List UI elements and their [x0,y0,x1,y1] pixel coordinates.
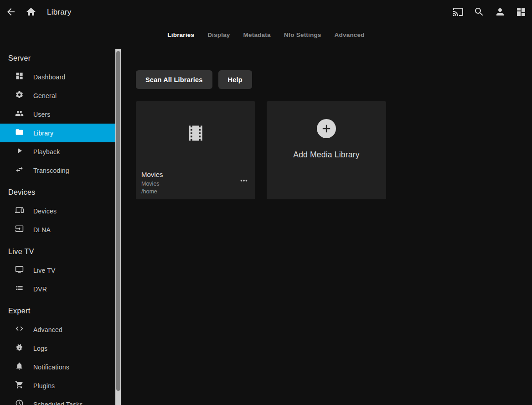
library-card-list: Movies Movies /home Add Media Library [136,101,532,199]
sidebar-item-label: Plugins [33,382,55,389]
tab-metadata[interactable]: Metadata [243,31,271,38]
sidebar-item-plugins[interactable]: Plugins [0,376,115,395]
home-icon [26,6,36,19]
sidebar-item-general[interactable]: General [0,86,115,105]
sidebar-item-label: Live TV [33,267,56,274]
sidebar-item-label: Users [33,111,51,118]
arrow-back-icon [5,6,16,19]
input-icon [15,224,24,235]
library-collection-type: Movies [141,180,163,188]
sidebar-item-transcoding[interactable]: Transcoding [0,161,115,180]
back-button[interactable] [1,2,21,22]
section-heading-livetv: Live TV [0,243,121,261]
more-horiz-icon [239,180,249,187]
scan-all-libraries-button[interactable]: Scan All Libraries [136,70,212,89]
library-card-movies[interactable]: Movies Movies /home [136,101,255,199]
sidebar-section-livetv: Live TV Live TV DVR [0,243,121,298]
bell-icon [15,362,24,372]
sidebar-section-devices: Devices Devices DLNA [0,183,121,239]
help-button[interactable]: Help [218,70,252,89]
add-media-library-card[interactable]: Add Media Library [267,101,386,199]
top-app-bar: Library [0,0,532,25]
sidebar-item-livetv[interactable]: Live TV [0,261,115,280]
sidebar-item-scheduled-tasks[interactable]: Scheduled Tasks [0,395,115,405]
dashboard-grid-icon [516,6,527,19]
code-icon [15,324,24,335]
library-actions: Scan All Libraries Help [136,70,532,89]
sidebar-item-label: Library [33,130,53,137]
sidebar-item-logs[interactable]: Logs [0,339,115,358]
sidebar-item-label: DVR [33,286,47,293]
sidebar-item-label: Transcoding [33,167,69,174]
sidebar-item-label: Playback [33,148,60,156]
tab-libraries[interactable]: Libraries [167,31,194,38]
dashboard-button[interactable] [511,2,531,22]
tab-nfo-settings[interactable]: Nfo Settings [284,31,321,38]
section-heading-devices: Devices [0,183,121,202]
sidebar-item-library[interactable]: Library [0,124,115,142]
sidebar-item-label: General [33,92,57,99]
users-icon [15,109,24,119]
sidebar-section-expert: Expert Advanced Logs Notifications Plugi… [0,302,121,405]
sidebar-item-devices[interactable]: Devices [0,202,115,220]
clock-icon [15,399,24,405]
tab-advanced[interactable]: Advanced [335,31,365,38]
settings-tab-bar: Libraries Display Metadata Nfo Settings … [0,25,532,45]
sidebar-item-label: Advanced [33,326,62,333]
gear-icon [15,90,24,101]
cart-icon [15,380,24,391]
sidebar-item-advanced[interactable]: Advanced [0,320,115,339]
page-title: Library [47,8,71,17]
play-icon [15,146,24,157]
header-actions [448,2,531,22]
library-card-meta: Movies Movies /home [141,171,163,196]
cast-button[interactable] [448,2,468,22]
sidebar-scrollbar-thumb[interactable] [116,51,120,391]
sidebar-item-dashboard[interactable]: Dashboard [0,68,115,86]
sidebar-item-users[interactable]: Users [0,105,115,124]
sidebar-item-dlna[interactable]: DLNA [0,220,115,239]
library-path: /home [141,188,163,196]
search-icon [474,6,485,19]
admin-sidebar: Server Dashboard General Users Library P… [0,45,121,405]
plus-icon [317,119,336,138]
sidebar-item-label: Dashboard [33,73,65,81]
library-name: Movies [141,171,163,178]
section-heading-expert: Expert [0,302,121,320]
list-icon [15,284,24,294]
sidebar-item-label: Notifications [33,363,69,371]
sidebar-item-dvr[interactable]: DVR [0,280,115,298]
section-heading-server: Server [0,49,121,68]
library-more-button[interactable] [239,176,249,187]
libraries-content: Scan All Libraries Help Movies Movies /h… [121,45,532,405]
bug-icon [15,343,24,353]
cast-icon [453,6,464,19]
tv-icon [15,265,24,275]
sidebar-item-label: Scheduled Tasks [33,401,83,405]
home-button[interactable] [21,2,41,22]
dashboard-icon [15,72,24,82]
folder-icon [15,128,24,138]
sidebar-item-notifications[interactable]: Notifications [0,358,115,376]
sidebar-section-server: Server Dashboard General Users Library P… [0,49,121,180]
sidebar-item-label: DLNA [33,226,51,234]
sidebar-item-label: Devices [33,208,57,215]
devices-icon [15,206,24,216]
sidebar-scrollbar-track[interactable] [115,49,121,405]
search-button[interactable] [469,2,489,22]
user-icon [495,6,506,19]
user-button[interactable] [490,2,510,22]
film-icon [186,123,206,145]
sidebar-item-label: Logs [33,345,47,352]
add-media-library-label: Add Media Library [267,150,386,160]
tab-display[interactable]: Display [207,31,230,38]
transcode-arrows-icon [15,165,24,176]
sidebar-item-playback[interactable]: Playback [0,142,115,161]
